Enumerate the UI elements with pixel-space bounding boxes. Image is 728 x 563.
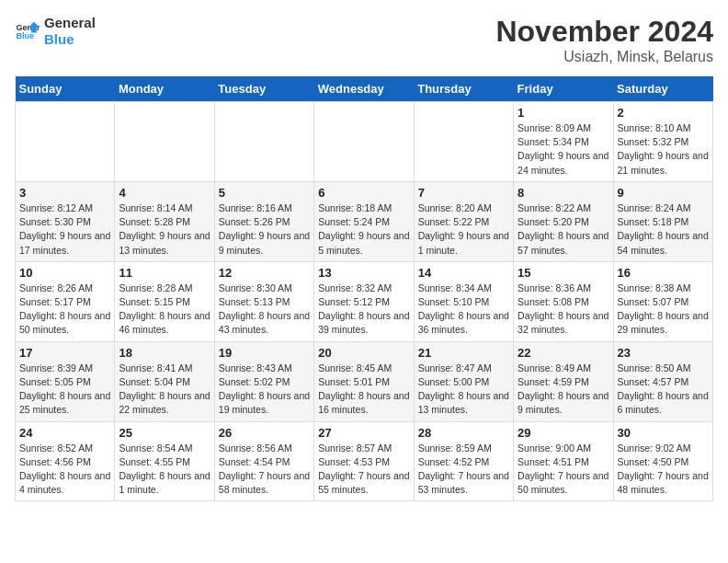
day-number: 23 [618, 346, 709, 360]
day-info: Sunrise: 8:45 AM Sunset: 5:01 PM Dayligh… [318, 362, 409, 418]
day-number: 30 [618, 426, 709, 440]
calendar-cell: 27Sunrise: 8:57 AM Sunset: 4:53 PM Dayli… [314, 421, 414, 501]
calendar-week-row: 17Sunrise: 8:39 AM Sunset: 5:05 PM Dayli… [16, 341, 713, 421]
day-number: 25 [119, 426, 210, 440]
calendar-cell: 15Sunrise: 8:36 AM Sunset: 5:08 PM Dayli… [514, 261, 613, 341]
logo: General Blue General Blue [15, 15, 96, 48]
day-number: 14 [418, 266, 509, 280]
calendar-cell: 8Sunrise: 8:22 AM Sunset: 5:20 PM Daylig… [514, 181, 613, 261]
day-number: 16 [618, 266, 709, 280]
day-info: Sunrise: 8:24 AM Sunset: 5:18 PM Dayligh… [618, 201, 709, 258]
logo-icon: General Blue [15, 18, 40, 44]
day-number: 26 [219, 426, 310, 440]
calendar-cell: 10Sunrise: 8:26 AM Sunset: 5:17 PM Dayli… [16, 261, 115, 341]
svg-text:Blue: Blue [16, 31, 34, 40]
day-number: 27 [318, 426, 409, 440]
day-info: Sunrise: 8:47 AM Sunset: 5:00 PM Dayligh… [418, 362, 509, 418]
calendar-table: SundayMondayTuesdayWednesdayThursdayFrid… [15, 76, 713, 501]
day-info: Sunrise: 8:49 AM Sunset: 4:59 PM Dayligh… [518, 362, 609, 418]
calendar-cell: 28Sunrise: 8:59 AM Sunset: 4:52 PM Dayli… [414, 421, 513, 501]
day-info: Sunrise: 8:59 AM Sunset: 4:52 PM Dayligh… [418, 442, 509, 498]
calendar-cell: 11Sunrise: 8:28 AM Sunset: 5:15 PM Dayli… [115, 261, 214, 341]
calendar-cell: 1Sunrise: 8:09 AM Sunset: 5:34 PM Daylig… [514, 102, 613, 182]
day-info: Sunrise: 8:18 AM Sunset: 5:24 PM Dayligh… [318, 201, 409, 258]
calendar-cell [314, 102, 414, 182]
day-number: 29 [518, 426, 609, 440]
logo-line2: Blue [44, 31, 96, 48]
calendar-cell: 4Sunrise: 8:14 AM Sunset: 5:28 PM Daylig… [115, 181, 214, 261]
day-of-week-header: Friday [514, 76, 613, 102]
day-number: 12 [219, 266, 310, 280]
day-number: 3 [19, 186, 110, 200]
day-of-week-header: Saturday [613, 76, 712, 102]
day-info: Sunrise: 8:36 AM Sunset: 5:08 PM Dayligh… [518, 282, 609, 338]
day-number: 17 [19, 346, 110, 360]
page-subtitle: Usiazh, Minsk, Belarus [495, 49, 713, 65]
day-info: Sunrise: 9:02 AM Sunset: 4:50 PM Dayligh… [618, 442, 709, 498]
calendar-cell: 30Sunrise: 9:02 AM Sunset: 4:50 PM Dayli… [613, 421, 712, 501]
calendar-week-row: 10Sunrise: 8:26 AM Sunset: 5:17 PM Dayli… [16, 261, 713, 341]
calendar-cell: 22Sunrise: 8:49 AM Sunset: 4:59 PM Dayli… [514, 341, 613, 421]
day-info: Sunrise: 8:22 AM Sunset: 5:20 PM Dayligh… [518, 201, 609, 258]
calendar-cell: 26Sunrise: 8:56 AM Sunset: 4:54 PM Dayli… [214, 421, 313, 501]
calendar-week-row: 24Sunrise: 8:52 AM Sunset: 4:56 PM Dayli… [16, 421, 713, 501]
day-info: Sunrise: 8:09 AM Sunset: 5:34 PM Dayligh… [518, 121, 609, 178]
title-block: November 2024 Usiazh, Minsk, Belarus [495, 15, 713, 65]
day-info: Sunrise: 8:41 AM Sunset: 5:04 PM Dayligh… [119, 362, 210, 418]
calendar-cell: 7Sunrise: 8:20 AM Sunset: 5:22 PM Daylig… [414, 181, 513, 261]
calendar-cell: 24Sunrise: 8:52 AM Sunset: 4:56 PM Dayli… [16, 421, 115, 501]
day-number: 8 [518, 186, 609, 200]
day-number: 4 [119, 186, 210, 200]
day-info: Sunrise: 8:50 AM Sunset: 4:57 PM Dayligh… [618, 362, 709, 418]
day-number: 7 [418, 186, 509, 200]
day-number: 21 [418, 346, 509, 360]
calendar-cell: 13Sunrise: 8:32 AM Sunset: 5:12 PM Dayli… [314, 261, 414, 341]
calendar-cell: 21Sunrise: 8:47 AM Sunset: 5:00 PM Dayli… [414, 341, 513, 421]
day-info: Sunrise: 8:32 AM Sunset: 5:12 PM Dayligh… [318, 282, 409, 338]
calendar-cell: 9Sunrise: 8:24 AM Sunset: 5:18 PM Daylig… [613, 181, 712, 261]
page-header: General Blue General Blue November 2024 … [15, 15, 713, 65]
day-info: Sunrise: 8:26 AM Sunset: 5:17 PM Dayligh… [19, 282, 110, 338]
day-info: Sunrise: 8:56 AM Sunset: 4:54 PM Dayligh… [219, 442, 310, 498]
day-of-week-header: Monday [115, 76, 214, 102]
calendar-cell [414, 102, 513, 182]
day-number: 10 [19, 266, 110, 280]
day-info: Sunrise: 8:10 AM Sunset: 5:32 PM Dayligh… [618, 121, 709, 178]
calendar-cell: 25Sunrise: 8:54 AM Sunset: 4:55 PM Dayli… [115, 421, 214, 501]
day-info: Sunrise: 8:14 AM Sunset: 5:28 PM Dayligh… [119, 201, 210, 258]
day-info: Sunrise: 8:38 AM Sunset: 5:07 PM Dayligh… [618, 282, 709, 338]
day-number: 20 [318, 346, 409, 360]
day-number: 15 [518, 266, 609, 280]
day-of-week-header: Thursday [414, 76, 513, 102]
calendar-cell: 20Sunrise: 8:45 AM Sunset: 5:01 PM Dayli… [314, 341, 414, 421]
calendar-cell: 19Sunrise: 8:43 AM Sunset: 5:02 PM Dayli… [214, 341, 313, 421]
calendar-cell: 29Sunrise: 9:00 AM Sunset: 4:51 PM Dayli… [514, 421, 613, 501]
calendar-cell: 16Sunrise: 8:38 AM Sunset: 5:07 PM Dayli… [613, 261, 712, 341]
day-of-week-header: Tuesday [214, 76, 313, 102]
calendar-cell: 3Sunrise: 8:12 AM Sunset: 5:30 PM Daylig… [16, 181, 115, 261]
day-info: Sunrise: 8:30 AM Sunset: 5:13 PM Dayligh… [219, 282, 310, 338]
day-info: Sunrise: 8:39 AM Sunset: 5:05 PM Dayligh… [19, 362, 110, 418]
calendar-week-row: 3Sunrise: 8:12 AM Sunset: 5:30 PM Daylig… [16, 181, 713, 261]
calendar-cell: 2Sunrise: 8:10 AM Sunset: 5:32 PM Daylig… [613, 102, 712, 182]
day-number: 28 [418, 426, 509, 440]
day-info: Sunrise: 8:43 AM Sunset: 5:02 PM Dayligh… [219, 362, 310, 418]
calendar-cell [115, 102, 214, 182]
day-of-week-header: Sunday [16, 76, 115, 102]
day-number: 24 [19, 426, 110, 440]
day-number: 1 [518, 106, 609, 120]
day-number: 2 [618, 106, 709, 120]
calendar-header-row: SundayMondayTuesdayWednesdayThursdayFrid… [16, 76, 713, 102]
day-info: Sunrise: 9:00 AM Sunset: 4:51 PM Dayligh… [518, 442, 609, 498]
calendar-cell [16, 102, 115, 182]
calendar-cell: 23Sunrise: 8:50 AM Sunset: 4:57 PM Dayli… [613, 341, 712, 421]
day-number: 5 [219, 186, 310, 200]
day-number: 13 [318, 266, 409, 280]
day-info: Sunrise: 8:28 AM Sunset: 5:15 PM Dayligh… [119, 282, 210, 338]
day-info: Sunrise: 8:20 AM Sunset: 5:22 PM Dayligh… [418, 201, 509, 258]
calendar-cell: 14Sunrise: 8:34 AM Sunset: 5:10 PM Dayli… [414, 261, 513, 341]
day-info: Sunrise: 8:54 AM Sunset: 4:55 PM Dayligh… [119, 442, 210, 498]
calendar-cell: 18Sunrise: 8:41 AM Sunset: 5:04 PM Dayli… [115, 341, 214, 421]
day-info: Sunrise: 8:34 AM Sunset: 5:10 PM Dayligh… [418, 282, 509, 338]
day-of-week-header: Wednesday [314, 76, 414, 102]
